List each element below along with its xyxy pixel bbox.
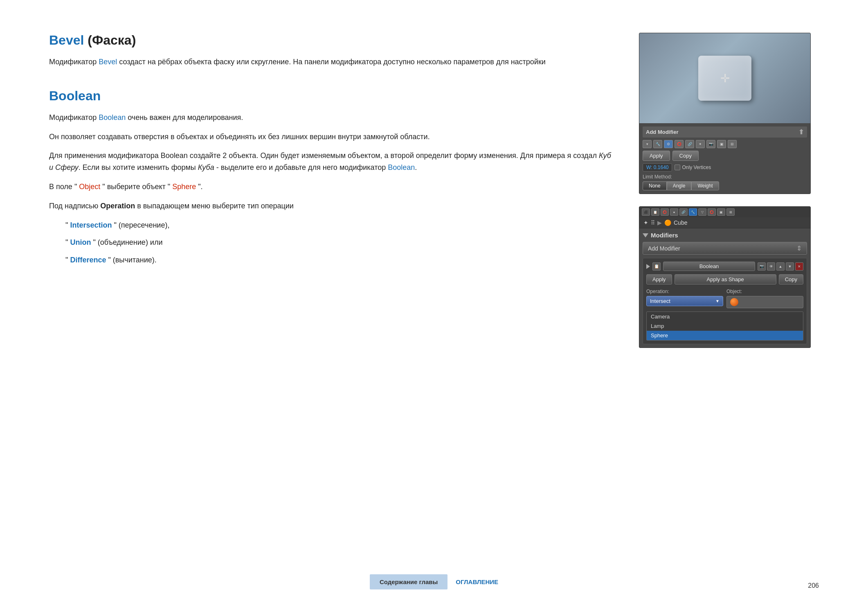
tb-icon-4[interactable]: ⭕ <box>675 140 684 148</box>
modifiers-title: Modifiers <box>651 232 678 239</box>
add-modifier-label: Add Modifier <box>646 129 678 135</box>
limit-weight-button[interactable]: Weight <box>691 181 719 190</box>
page-number: 206 <box>808 582 819 589</box>
intersect-label: Intersect <box>650 298 670 304</box>
modifier-header-row: 📋 Boolean 📷 👁 ▲ ▼ ✕ <box>646 262 803 271</box>
list-item-union: " Union " (объединение) или <box>49 237 614 248</box>
dropdown-sphere-item[interactable]: Sphere <box>647 331 803 340</box>
bevel-props-title-bar: Add Modifier ⬆ <box>643 126 807 138</box>
boolean-modifier-block: 📋 Boolean 📷 👁 ▲ ▼ ✕ <box>643 258 807 344</box>
boolean-para3: Для применения модификатора Boolean созд… <box>49 150 614 174</box>
tb-icon-8[interactable]: ▣ <box>717 140 726 148</box>
boolean-para5: Под надписью Operation в выпадающем меню… <box>49 200 614 212</box>
bool-tb-2[interactable]: 📋 <box>651 208 659 216</box>
object-sphere-preview <box>730 298 738 306</box>
bevel-inline-link: Bevel <box>99 58 117 66</box>
chapter-toc-button[interactable]: Содержание главы <box>370 574 447 589</box>
tb-icon-2[interactable]: 🔧 <box>653 140 662 148</box>
object-ref: Object <box>79 183 100 191</box>
operation-column: Operation: Intersect ▼ <box>646 289 723 308</box>
boolean-modifier-button[interactable]: Boolean <box>663 262 755 271</box>
boolean-panel: ⬛ 📋 ⭕ ● 🔗 🔧 ▽ ⭕ ▣ ⊞ ✦ ⠿ ▶ 🟠 C <box>639 206 811 348</box>
bool-tb-9[interactable]: ▣ <box>717 208 725 216</box>
intersect-arrow-icon: ▼ <box>715 299 720 303</box>
bevel-btn-row: Apply Copy <box>643 151 807 161</box>
sphere-ref: Sphere <box>172 183 196 191</box>
mod-render-icon[interactable]: 📷 <box>758 262 766 271</box>
difference-term: Difference <box>70 256 106 264</box>
intersect-dropdown[interactable]: Intersect ▼ <box>646 296 723 306</box>
boolean-apply-button[interactable]: Apply <box>646 274 672 284</box>
bevel-panel: ✛ Add Modifier ⬆ ▾ 🔧 ⚙ ⭕ 🔗 ✦ <box>639 33 811 194</box>
limit-angle-button[interactable]: Angle <box>667 181 692 190</box>
object-column: Object: <box>726 289 803 308</box>
nav-dots-icon: ⠿ <box>651 219 655 226</box>
boolean-apply-row: Apply Apply as Shape Copy <box>646 274 803 284</box>
boolean-para4: В поле " Object " выберите объект " Sphe… <box>49 181 614 193</box>
limit-none-button[interactable]: None <box>643 181 667 190</box>
nav-separator: ▶ <box>657 219 662 226</box>
para3-italic2: Куба <box>198 163 214 172</box>
modifier-controls: 📷 👁 ▲ ▼ ✕ <box>758 262 803 271</box>
bevel-properties: Add Modifier ⬆ ▾ 🔧 ⚙ ⭕ 🔗 ✦ 📷 ▣ ⊞ <box>639 123 810 194</box>
boolean-link-2: Boolean <box>388 163 415 172</box>
tb-icon-1[interactable]: ▾ <box>643 140 652 148</box>
object-field[interactable] <box>726 296 803 308</box>
bool-tb-8[interactable]: ⭕ <box>708 208 716 216</box>
boolean-nav: ✦ ⠿ ▶ 🟠 Cube <box>639 217 810 228</box>
bool-tb-10[interactable]: ⊞ <box>726 208 735 216</box>
bool-tb-1[interactable]: ⬛ <box>642 208 650 216</box>
right-column: ✛ Add Modifier ⬆ ▾ 🔧 ⚙ ⭕ 🔗 ✦ <box>639 33 819 348</box>
modifier-plus-icon: ⬆ <box>798 128 804 136</box>
boolean-copy-button[interactable]: Copy <box>779 274 803 284</box>
tb-icon-7[interactable]: 📷 <box>706 140 715 148</box>
dropdown-lamp-item[interactable]: Lamp <box>647 321 803 331</box>
bool-tb-5[interactable]: 🔗 <box>679 208 688 216</box>
bevel-cube: ✛ <box>698 56 751 101</box>
boolean-title: Boolean <box>49 88 101 103</box>
bevel-para1: Модификатор Bevel создаст на рёбрах объе… <box>49 56 614 68</box>
limit-buttons-group: None Angle Weight <box>643 181 807 190</box>
bevel-heading: Bevel (Фаска) <box>49 33 614 48</box>
operation-object-row: Operation: Intersect ▼ Object: <box>646 289 803 308</box>
add-modifier-text: Add Modifier <box>648 245 680 252</box>
intersection-term: Intersection <box>70 221 112 229</box>
list-item-intersection: " Intersection " (пересечение), <box>49 219 614 231</box>
mod-eye-icon[interactable]: 👁 <box>767 262 775 271</box>
crosshair-icon: ✛ <box>720 72 730 85</box>
main-toc-link[interactable]: ОГЛАВЛЕНИЕ <box>456 578 498 585</box>
only-vertices-checkbox[interactable] <box>675 165 680 170</box>
bevel-copy-button[interactable]: Copy <box>672 151 699 161</box>
bool-tb-3[interactable]: ⭕ <box>661 208 669 216</box>
mod-down-icon[interactable]: ▼ <box>786 262 794 271</box>
nav-sphere-icon: 🟠 <box>664 219 671 226</box>
tb-icon-9[interactable]: ⊞ <box>728 140 737 148</box>
tb-icon-3[interactable]: ⚙ <box>664 140 673 148</box>
add-modifier-bar[interactable]: Add Modifier ⇕ <box>643 242 807 255</box>
bevel-title-blue: Bevel <box>49 33 84 47</box>
boolean-para1: Модификатор Boolean очень важен для моде… <box>49 112 614 124</box>
bevel-toolbar-row: ▾ 🔧 ⚙ ⭕ 🔗 ✦ 📷 ▣ ⊞ <box>643 140 807 148</box>
nav-star-icon: ✦ <box>643 219 648 226</box>
bevel-3d-viewport: ✛ <box>639 33 810 123</box>
nav-cube-label: Cube <box>674 219 687 226</box>
bool-tb-7[interactable]: ▽ <box>698 208 706 216</box>
modifier-collapse-icon[interactable] <box>646 264 650 269</box>
modifier-copy-icon[interactable]: 📋 <box>652 262 661 271</box>
tb-icon-6[interactable]: ✦ <box>696 140 705 148</box>
bool-tb-4[interactable]: ● <box>670 208 678 216</box>
only-vertices-label: Only Vertices <box>682 165 711 170</box>
bevel-apply-button[interactable]: Apply <box>643 151 670 161</box>
boolean-toolbar: ⬛ 📋 ⭕ ● 🔗 🔧 ▽ ⭕ ▣ ⊞ <box>639 207 810 217</box>
mod-up-icon[interactable]: ▲ <box>776 262 785 271</box>
content-area: Bevel (Фаска) Модификатор Bevel создаст … <box>49 33 819 348</box>
modifiers-header: Modifiers <box>643 232 807 239</box>
page: Bevel (Фаска) Модификатор Bevel создаст … <box>0 0 868 614</box>
tb-icon-5[interactable]: 🔗 <box>685 140 694 148</box>
mod-delete-icon[interactable]: ✕ <box>795 262 803 271</box>
bool-tb-6[interactable]: 🔧 <box>689 208 697 216</box>
boolean-apply-shape-button[interactable]: Apply as Shape <box>675 274 776 284</box>
limit-method-label: Limit Method: <box>643 174 807 180</box>
dropdown-camera-item[interactable]: Camera <box>647 312 803 321</box>
boolean-para2: Он позволяет создавать отверстия в объек… <box>49 131 614 143</box>
